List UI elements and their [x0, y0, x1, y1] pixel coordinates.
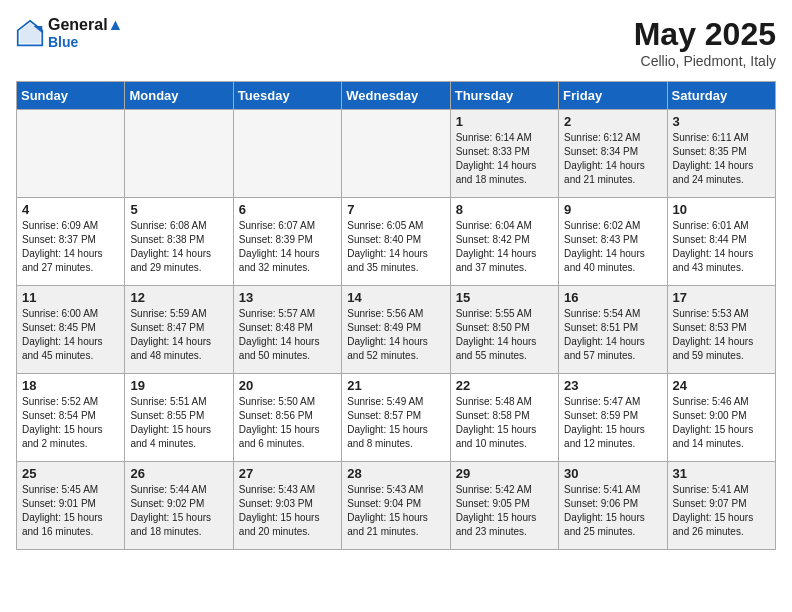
day-number: 24 — [673, 378, 770, 393]
day-info: Sunrise: 6:02 AM Sunset: 8:43 PM Dayligh… — [564, 219, 661, 275]
day-info: Sunrise: 5:41 AM Sunset: 9:06 PM Dayligh… — [564, 483, 661, 539]
day-number: 11 — [22, 290, 119, 305]
day-info: Sunrise: 6:14 AM Sunset: 8:33 PM Dayligh… — [456, 131, 553, 187]
calendar-cell: 29Sunrise: 5:42 AM Sunset: 9:05 PM Dayli… — [450, 462, 558, 550]
day-number: 8 — [456, 202, 553, 217]
calendar-cell — [17, 110, 125, 198]
day-number: 23 — [564, 378, 661, 393]
day-number: 26 — [130, 466, 227, 481]
day-info: Sunrise: 5:59 AM Sunset: 8:47 PM Dayligh… — [130, 307, 227, 363]
logo: General▲ Blue — [16, 16, 123, 50]
day-number: 7 — [347, 202, 444, 217]
calendar-cell: 5Sunrise: 6:08 AM Sunset: 8:38 PM Daylig… — [125, 198, 233, 286]
title-block: May 2025 Cellio, Piedmont, Italy — [634, 16, 776, 69]
day-number: 15 — [456, 290, 553, 305]
day-number: 17 — [673, 290, 770, 305]
day-number: 3 — [673, 114, 770, 129]
day-info: Sunrise: 5:51 AM Sunset: 8:55 PM Dayligh… — [130, 395, 227, 451]
day-number: 10 — [673, 202, 770, 217]
day-number: 29 — [456, 466, 553, 481]
calendar-week-row: 25Sunrise: 5:45 AM Sunset: 9:01 PM Dayli… — [17, 462, 776, 550]
calendar-cell: 17Sunrise: 5:53 AM Sunset: 8:53 PM Dayli… — [667, 286, 775, 374]
day-number: 28 — [347, 466, 444, 481]
day-info: Sunrise: 5:52 AM Sunset: 8:54 PM Dayligh… — [22, 395, 119, 451]
day-info: Sunrise: 5:43 AM Sunset: 9:03 PM Dayligh… — [239, 483, 336, 539]
calendar-cell: 25Sunrise: 5:45 AM Sunset: 9:01 PM Dayli… — [17, 462, 125, 550]
day-number: 1 — [456, 114, 553, 129]
weekday-header: Friday — [559, 82, 667, 110]
calendar-cell: 30Sunrise: 5:41 AM Sunset: 9:06 PM Dayli… — [559, 462, 667, 550]
calendar-cell: 9Sunrise: 6:02 AM Sunset: 8:43 PM Daylig… — [559, 198, 667, 286]
weekday-header: Monday — [125, 82, 233, 110]
calendar-cell: 16Sunrise: 5:54 AM Sunset: 8:51 PM Dayli… — [559, 286, 667, 374]
day-number: 27 — [239, 466, 336, 481]
day-info: Sunrise: 5:53 AM Sunset: 8:53 PM Dayligh… — [673, 307, 770, 363]
day-number: 14 — [347, 290, 444, 305]
calendar-subtitle: Cellio, Piedmont, Italy — [634, 53, 776, 69]
calendar-cell: 12Sunrise: 5:59 AM Sunset: 8:47 PM Dayli… — [125, 286, 233, 374]
calendar-week-row: 4Sunrise: 6:09 AM Sunset: 8:37 PM Daylig… — [17, 198, 776, 286]
calendar-cell: 1Sunrise: 6:14 AM Sunset: 8:33 PM Daylig… — [450, 110, 558, 198]
calendar-cell: 20Sunrise: 5:50 AM Sunset: 8:56 PM Dayli… — [233, 374, 341, 462]
calendar-week-row: 11Sunrise: 6:00 AM Sunset: 8:45 PM Dayli… — [17, 286, 776, 374]
day-number: 21 — [347, 378, 444, 393]
calendar-cell: 4Sunrise: 6:09 AM Sunset: 8:37 PM Daylig… — [17, 198, 125, 286]
calendar-cell: 15Sunrise: 5:55 AM Sunset: 8:50 PM Dayli… — [450, 286, 558, 374]
day-number: 2 — [564, 114, 661, 129]
logo-icon — [16, 19, 44, 47]
day-info: Sunrise: 5:48 AM Sunset: 8:58 PM Dayligh… — [456, 395, 553, 451]
calendar-cell — [125, 110, 233, 198]
day-info: Sunrise: 6:08 AM Sunset: 8:38 PM Dayligh… — [130, 219, 227, 275]
weekday-header: Sunday — [17, 82, 125, 110]
weekday-header: Saturday — [667, 82, 775, 110]
calendar-cell: 11Sunrise: 6:00 AM Sunset: 8:45 PM Dayli… — [17, 286, 125, 374]
calendar-cell: 28Sunrise: 5:43 AM Sunset: 9:04 PM Dayli… — [342, 462, 450, 550]
calendar-cell: 6Sunrise: 6:07 AM Sunset: 8:39 PM Daylig… — [233, 198, 341, 286]
day-info: Sunrise: 5:41 AM Sunset: 9:07 PM Dayligh… — [673, 483, 770, 539]
calendar-cell — [342, 110, 450, 198]
day-number: 18 — [22, 378, 119, 393]
calendar-cell: 3Sunrise: 6:11 AM Sunset: 8:35 PM Daylig… — [667, 110, 775, 198]
day-info: Sunrise: 5:55 AM Sunset: 8:50 PM Dayligh… — [456, 307, 553, 363]
calendar-cell: 8Sunrise: 6:04 AM Sunset: 8:42 PM Daylig… — [450, 198, 558, 286]
calendar-cell: 14Sunrise: 5:56 AM Sunset: 8:49 PM Dayli… — [342, 286, 450, 374]
calendar-cell: 22Sunrise: 5:48 AM Sunset: 8:58 PM Dayli… — [450, 374, 558, 462]
day-info: Sunrise: 6:07 AM Sunset: 8:39 PM Dayligh… — [239, 219, 336, 275]
weekday-header-row: SundayMondayTuesdayWednesdayThursdayFrid… — [17, 82, 776, 110]
calendar-cell: 24Sunrise: 5:46 AM Sunset: 9:00 PM Dayli… — [667, 374, 775, 462]
calendar-cell: 21Sunrise: 5:49 AM Sunset: 8:57 PM Dayli… — [342, 374, 450, 462]
day-number: 12 — [130, 290, 227, 305]
day-info: Sunrise: 6:05 AM Sunset: 8:40 PM Dayligh… — [347, 219, 444, 275]
day-number: 30 — [564, 466, 661, 481]
calendar-title: May 2025 — [634, 16, 776, 53]
calendar-cell — [233, 110, 341, 198]
day-number: 22 — [456, 378, 553, 393]
day-info: Sunrise: 6:04 AM Sunset: 8:42 PM Dayligh… — [456, 219, 553, 275]
calendar-cell: 10Sunrise: 6:01 AM Sunset: 8:44 PM Dayli… — [667, 198, 775, 286]
day-number: 5 — [130, 202, 227, 217]
calendar-cell: 31Sunrise: 5:41 AM Sunset: 9:07 PM Dayli… — [667, 462, 775, 550]
day-info: Sunrise: 5:44 AM Sunset: 9:02 PM Dayligh… — [130, 483, 227, 539]
calendar-cell: 26Sunrise: 5:44 AM Sunset: 9:02 PM Dayli… — [125, 462, 233, 550]
calendar-cell: 27Sunrise: 5:43 AM Sunset: 9:03 PM Dayli… — [233, 462, 341, 550]
day-info: Sunrise: 5:49 AM Sunset: 8:57 PM Dayligh… — [347, 395, 444, 451]
day-number: 20 — [239, 378, 336, 393]
day-number: 13 — [239, 290, 336, 305]
day-info: Sunrise: 5:56 AM Sunset: 8:49 PM Dayligh… — [347, 307, 444, 363]
weekday-header: Tuesday — [233, 82, 341, 110]
day-number: 31 — [673, 466, 770, 481]
logo-text: General▲ Blue — [48, 16, 123, 50]
calendar-week-row: 1Sunrise: 6:14 AM Sunset: 8:33 PM Daylig… — [17, 110, 776, 198]
calendar-cell: 18Sunrise: 5:52 AM Sunset: 8:54 PM Dayli… — [17, 374, 125, 462]
day-info: Sunrise: 5:43 AM Sunset: 9:04 PM Dayligh… — [347, 483, 444, 539]
day-info: Sunrise: 5:54 AM Sunset: 8:51 PM Dayligh… — [564, 307, 661, 363]
calendar-table: SundayMondayTuesdayWednesdayThursdayFrid… — [16, 81, 776, 550]
day-number: 6 — [239, 202, 336, 217]
day-number: 16 — [564, 290, 661, 305]
day-info: Sunrise: 6:12 AM Sunset: 8:34 PM Dayligh… — [564, 131, 661, 187]
weekday-header: Thursday — [450, 82, 558, 110]
calendar-cell: 13Sunrise: 5:57 AM Sunset: 8:48 PM Dayli… — [233, 286, 341, 374]
calendar-cell: 7Sunrise: 6:05 AM Sunset: 8:40 PM Daylig… — [342, 198, 450, 286]
day-info: Sunrise: 5:46 AM Sunset: 9:00 PM Dayligh… — [673, 395, 770, 451]
day-info: Sunrise: 5:57 AM Sunset: 8:48 PM Dayligh… — [239, 307, 336, 363]
